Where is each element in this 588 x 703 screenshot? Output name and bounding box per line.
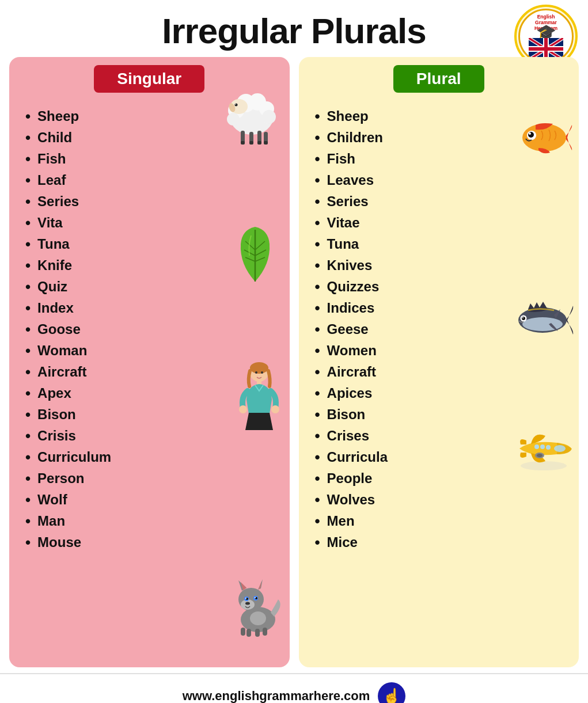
page-wrapper: Irregular Plurals EnglishGrammarHere.Com… [0, 0, 588, 703]
plural-header-label: Plural [393, 65, 484, 93]
list-item: Goose [25, 318, 280, 340]
svg-point-64 [529, 132, 531, 135]
svg-rect-24 [241, 141, 245, 145]
svg-point-17 [234, 104, 237, 107]
svg-point-70 [521, 461, 567, 470]
list-item: Leaf [25, 169, 280, 191]
page-title: Irregular Plurals [6, 10, 582, 51]
svg-point-71 [554, 445, 566, 452]
list-item: Series [315, 191, 570, 212]
header: Irregular Plurals EnglishGrammarHere.Com… [0, 0, 588, 57]
singular-word-list: SheepChildFishLeafSeriesVitaTunaKnifeQui… [9, 105, 290, 553]
list-item: Bison [315, 404, 570, 425]
footer: www.englishgrammarhere.com ☝ [0, 673, 588, 703]
list-item: Aircraft [315, 361, 570, 382]
list-item: Wolf [25, 489, 280, 510]
list-item: Mouse [25, 531, 280, 553]
svg-point-14 [262, 110, 276, 124]
fish-illustration [521, 115, 573, 168]
list-item: Quizzes [315, 276, 570, 297]
svg-point-76 [537, 454, 543, 457]
wolf-illustration [229, 573, 284, 649]
main-content: Singular [0, 57, 588, 667]
sheep-illustration [222, 85, 279, 159]
list-item: Leaves [315, 169, 570, 191]
svg-rect-56 [246, 629, 251, 637]
footer-url: www.englishgrammarhere.com [183, 689, 370, 703]
plane-illustration [514, 425, 574, 482]
svg-rect-26 [257, 141, 261, 145]
svg-point-41 [271, 405, 279, 413]
svg-point-72 [546, 445, 551, 450]
list-item: Series [25, 191, 280, 212]
svg-rect-57 [255, 629, 260, 637]
svg-point-55 [245, 602, 250, 605]
list-item: Man [25, 510, 280, 531]
svg-rect-58 [263, 628, 267, 636]
list-item: Knives [315, 254, 570, 276]
svg-rect-59 [241, 628, 245, 636]
svg-point-63 [528, 132, 534, 138]
svg-rect-27 [264, 141, 268, 145]
list-item: Wolves [315, 489, 570, 510]
list-item: Men [315, 510, 570, 531]
svg-point-54 [255, 597, 256, 598]
plural-header-section: Plural [299, 57, 579, 101]
svg-point-40 [239, 405, 247, 413]
list-item: Vitae [315, 212, 570, 233]
svg-point-53 [245, 598, 246, 599]
woman-illustration [235, 362, 284, 443]
svg-point-18 [235, 104, 236, 105]
svg-point-36 [250, 362, 268, 374]
list-item: Tuna [315, 233, 570, 254]
svg-rect-25 [249, 141, 253, 145]
list-item: Apices [315, 382, 570, 404]
plural-column: Plural [299, 57, 579, 667]
singular-header-label: Singular [94, 65, 204, 93]
hand-cursor-icon: ☝ [378, 682, 405, 703]
svg-point-68 [522, 317, 525, 320]
list-item: Person [25, 468, 280, 489]
svg-point-38 [261, 371, 263, 374]
tuna-illustration [517, 299, 574, 353]
list-item: Mice [315, 531, 570, 553]
svg-point-73 [540, 444, 545, 449]
svg-point-60 [250, 611, 266, 625]
list-item: Curriculum [25, 446, 280, 468]
leaf-illustration [234, 224, 277, 295]
svg-point-15 [227, 113, 240, 126]
list-item: Index [25, 297, 280, 318]
singular-column: Singular [9, 57, 290, 667]
list-item: Woman [25, 340, 280, 361]
svg-point-37 [255, 371, 257, 374]
svg-point-69 [522, 317, 523, 318]
svg-point-66 [522, 317, 563, 331]
svg-point-74 [534, 444, 539, 449]
